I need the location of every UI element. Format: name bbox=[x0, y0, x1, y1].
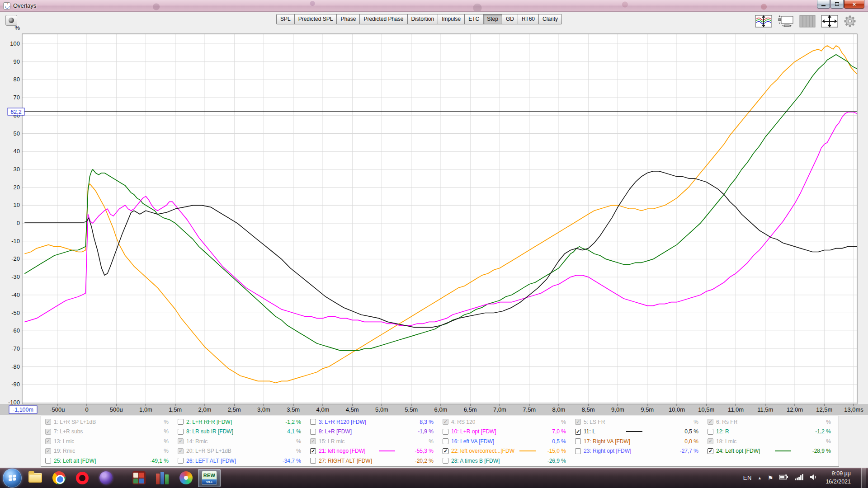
tab-predicted-spl[interactable]: Predicted SPL bbox=[294, 14, 337, 24]
legend-checkbox[interactable]: ✓ bbox=[443, 419, 448, 425]
title-bar[interactable]: Overlays × bbox=[0, 0, 868, 12]
legend-label[interactable]: 26: LEFT ALT [FDW] bbox=[186, 458, 236, 464]
taskbar-icon-explorer[interactable] bbox=[24, 469, 47, 487]
tab-distortion[interactable]: Distortion bbox=[407, 14, 439, 24]
legend-checkbox[interactable] bbox=[443, 438, 448, 444]
legend-checkbox[interactable]: ✓ bbox=[45, 429, 51, 435]
legend-checkbox[interactable] bbox=[310, 429, 316, 435]
tab-phase[interactable]: Phase bbox=[336, 14, 360, 24]
legend-checkbox[interactable] bbox=[310, 419, 316, 425]
legend-checkbox[interactable]: ✓ bbox=[708, 419, 713, 425]
step-response-chart[interactable]: 1009080706050403020100-10-20-30-40-50-60… bbox=[0, 12, 868, 468]
show-desktop-button[interactable] bbox=[861, 468, 866, 488]
legend-label[interactable]: 15: LR mic bbox=[319, 438, 344, 445]
legend-label[interactable]: 10: L+R opt [FDW] bbox=[451, 428, 496, 435]
legend-label[interactable]: 9: L+R [FDW] bbox=[319, 428, 352, 435]
legend-label[interactable]: 19: Rmic bbox=[54, 448, 75, 454]
settings-gear-icon[interactable] bbox=[844, 15, 856, 28]
legend-label[interactable]: 8: LR sub IR [FDW] bbox=[186, 428, 233, 435]
legend-checkbox[interactable]: ✓ bbox=[45, 438, 51, 444]
legend-label[interactable]: 28: A times B [FDW] bbox=[451, 458, 500, 464]
legend-checkbox[interactable]: ✓ bbox=[178, 438, 184, 444]
legend-label[interactable]: 27: RIGHT ALT [FDW] bbox=[319, 458, 372, 464]
speaker-icon[interactable] bbox=[810, 474, 818, 482]
legend-label[interactable]: 13: Lmic bbox=[54, 438, 74, 445]
legend-label[interactable]: 12: R bbox=[716, 428, 729, 435]
legend-checkbox[interactable] bbox=[310, 458, 316, 464]
legend-label[interactable]: 1: L+R SP L+1dB bbox=[54, 419, 96, 425]
legend-label[interactable]: 3: L+R R120 [FDW] bbox=[319, 419, 366, 425]
legend-checkbox[interactable]: ✓ bbox=[443, 448, 448, 454]
legend-label[interactable]: 20: L+R SP L+1dB bbox=[186, 448, 231, 454]
legend-checkbox[interactable] bbox=[443, 458, 448, 464]
legend-checkbox[interactable] bbox=[178, 458, 184, 464]
x-tick-label: 7,5m bbox=[523, 406, 536, 413]
close-button[interactable]: × bbox=[844, 0, 864, 9]
legend-label[interactable]: 17: Right VA [FDW] bbox=[584, 438, 630, 445]
legend-checkbox[interactable] bbox=[443, 429, 448, 435]
legend-checkbox[interactable]: ✓ bbox=[575, 419, 581, 425]
legend-checkbox[interactable] bbox=[178, 419, 184, 425]
legend-label[interactable]: 21: left nogo [FDW] bbox=[319, 448, 365, 454]
legend-checkbox[interactable] bbox=[708, 429, 713, 435]
taskbar-icon-rew[interactable]: REW V5.1 bbox=[198, 469, 221, 487]
pan-zoom-icon[interactable] bbox=[778, 14, 794, 28]
legend-label[interactable]: 2: L+R RFR [FDW] bbox=[186, 419, 232, 425]
legend-checkbox[interactable] bbox=[575, 448, 581, 454]
legend-label[interactable]: 4: RS 120 bbox=[451, 419, 475, 425]
legend-label[interactable]: 11: L bbox=[584, 428, 595, 435]
legend-label[interactable]: 23: Right opt [FDW] bbox=[584, 448, 631, 454]
tab-impulse[interactable]: Impulse bbox=[438, 14, 465, 24]
tab-spl[interactable]: SPL bbox=[276, 14, 295, 24]
tab-gd[interactable]: GD bbox=[502, 14, 518, 24]
capture-graph-button[interactable] bbox=[5, 15, 17, 26]
show-hidden-icons-arrow[interactable]: ▲ bbox=[758, 476, 762, 480]
legend-label[interactable]: 5: LS FR bbox=[584, 419, 605, 425]
tab-step[interactable]: Step bbox=[483, 14, 502, 24]
legend-checkbox[interactable]: ✓ bbox=[45, 448, 51, 454]
start-button[interactable] bbox=[3, 469, 22, 488]
taskbar-icon-chrome[interactable] bbox=[47, 469, 70, 487]
legend-label[interactable]: 14: Rmic bbox=[186, 438, 208, 445]
palette-icon bbox=[179, 471, 193, 484]
legend-label[interactable]: 16: Left VA [FDW] bbox=[451, 438, 494, 445]
legend-label[interactable]: 18: Lmic bbox=[716, 438, 736, 445]
legend-label[interactable]: 24: Left opt [FDW] bbox=[716, 448, 760, 454]
legend-label[interactable]: 25: Left alt [FDW] bbox=[54, 458, 96, 464]
legend-checkbox[interactable]: ✓ bbox=[708, 438, 713, 444]
spectrogram-icon[interactable] bbox=[799, 15, 816, 28]
legend-checkbox[interactable]: ✓ bbox=[575, 429, 581, 435]
legend-checkbox[interactable]: ✓ bbox=[708, 448, 713, 454]
taskbar-icon-winrar[interactable] bbox=[151, 469, 174, 487]
legend-checkbox[interactable] bbox=[575, 438, 581, 444]
legend-label[interactable]: 22: left overcorrect...[FDW bbox=[451, 448, 514, 454]
legend-value: -55,3 % bbox=[408, 448, 434, 454]
action-center-flag-icon[interactable]: ⚑ bbox=[768, 474, 774, 482]
maximize-button[interactable] bbox=[830, 0, 844, 9]
network-signal-icon[interactable] bbox=[795, 474, 804, 482]
fit-to-window-icon[interactable] bbox=[821, 15, 838, 28]
language-indicator[interactable]: EN bbox=[743, 474, 752, 481]
taskbar-icon-purple-browser[interactable] bbox=[94, 469, 117, 487]
legend-checkbox[interactable]: ✓ bbox=[178, 448, 184, 454]
legend-checkbox[interactable]: ✓ bbox=[45, 419, 51, 425]
align-traces-icon[interactable] bbox=[755, 15, 772, 28]
taskbar-icon-app-grid[interactable] bbox=[127, 469, 150, 487]
taskbar-icon-opera[interactable] bbox=[71, 469, 94, 487]
tab-rt60[interactable]: RT60 bbox=[518, 14, 539, 24]
tab-predicted-phase[interactable]: Predicted Phase bbox=[359, 14, 407, 24]
legend-item: ✓22: left overcorrect...[FDW-15,0 % bbox=[440, 446, 572, 455]
chart-plot-area[interactable] bbox=[22, 34, 857, 404]
legend-checkbox[interactable] bbox=[45, 458, 51, 464]
clock[interactable]: 9:09 μμ 16/2/2021 bbox=[824, 470, 851, 486]
minimize-button[interactable] bbox=[817, 0, 830, 9]
taskbar-icon-palette[interactable] bbox=[175, 469, 197, 487]
legend-checkbox[interactable]: ✓ bbox=[310, 448, 316, 454]
battery-icon[interactable] bbox=[779, 474, 789, 482]
legend-checkbox[interactable]: ✓ bbox=[310, 438, 316, 444]
tab-clarity[interactable]: Clarity bbox=[538, 14, 562, 24]
legend-checkbox[interactable] bbox=[178, 429, 184, 435]
legend-label[interactable]: 6: Rs FR bbox=[716, 419, 737, 425]
legend-label[interactable]: 7: L+R subs bbox=[54, 428, 83, 435]
tab-etc[interactable]: ETC bbox=[464, 14, 483, 24]
